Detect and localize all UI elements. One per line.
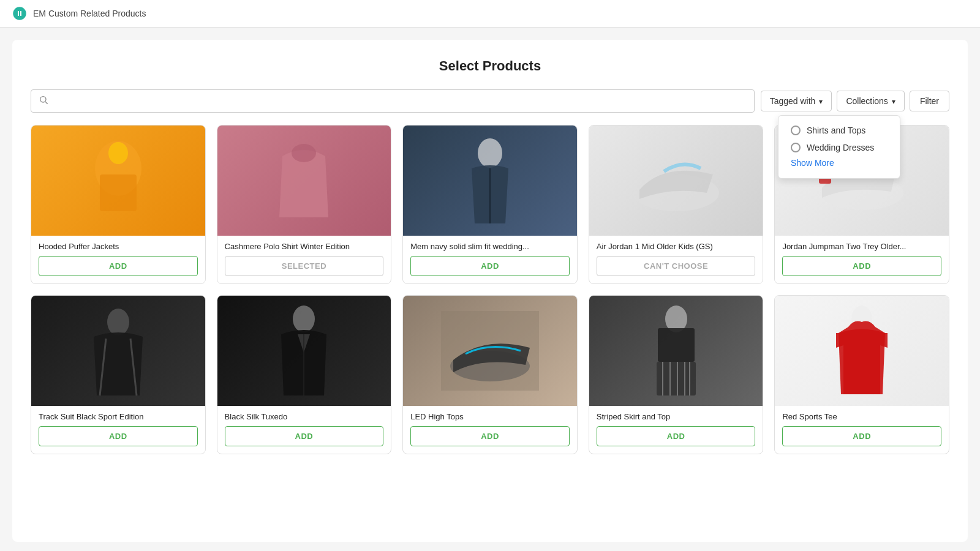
radio-wedding[interactable] [791, 143, 801, 152]
suit-illustration [466, 135, 514, 227]
product-name-tuxedo: Black Silk Tuxedo [217, 406, 391, 426]
svg-rect-4 [100, 174, 137, 211]
add-button-tuxedo[interactable]: ADD [225, 426, 384, 446]
product-name-cashmere-polo: Cashmere Polo Shirt Winter Edition [217, 236, 391, 256]
led-illustration [441, 311, 539, 391]
search-input[interactable] [53, 96, 747, 106]
product-name-red-sports-tee: Red Sports Tee [775, 406, 949, 426]
filter-button[interactable]: Filter [910, 91, 949, 111]
svg-point-12 [107, 309, 129, 335]
product-action-red-sports-tee: ADD [775, 426, 949, 454]
tracksuit-illustration [88, 305, 149, 397]
product-image-led-hightops [403, 296, 577, 406]
collections-popup: Shirts and Tops Wedding Dresses Show Mor… [778, 115, 900, 179]
svg-line-2 [45, 102, 48, 104]
show-more-link[interactable]: Show More [791, 158, 834, 168]
add-button-striped-skirt[interactable]: ADD [597, 426, 756, 446]
cant-choose-button-air-jordan: CAN'T CHOOSE [597, 256, 756, 276]
product-image-air-jordan [589, 126, 763, 236]
add-button-led-hightops[interactable]: ADD [410, 426, 570, 446]
search-filter-row: Tagged with Collections Filter Shirts an… [31, 89, 949, 113]
sneaker-illustration [627, 144, 725, 217]
product-card-air-jordan: Air Jordan 1 Mid Older Kids (GS) CAN'T C… [589, 125, 764, 284]
page-title: Select Products [31, 58, 949, 74]
app-title: EM Custom Related Products [33, 9, 146, 18]
product-image-navy-suit [403, 126, 577, 236]
collections-dropdown[interactable]: Collections [837, 91, 904, 111]
product-card-hooded-puffer: Hooded Puffer Jackets ADD [31, 125, 206, 284]
search-icon [39, 95, 48, 107]
svg-point-7 [478, 138, 502, 168]
product-action-striped-skirt: ADD [589, 426, 763, 454]
option-shirts-and-tops[interactable]: Shirts and Tops [791, 126, 888, 135]
product-card-red-sports-tee: Red Sports Tee ADD [774, 295, 949, 454]
product-card-striped-skirt: Striped Skirt and Top ADD [589, 295, 764, 454]
svg-point-13 [293, 305, 315, 332]
top-bar: EM Custom Related Products [0, 0, 980, 28]
product-name-jordan-jumpman: Jordan Jumpman Two Trey Older... [775, 236, 949, 256]
product-card-tracksuit: Track Suit Black Sport Edition ADD [31, 295, 206, 454]
product-action-cashmere-polo: SELECTED [217, 256, 391, 283]
tagged-with-label: Tagged with [770, 96, 816, 106]
svg-point-1 [40, 97, 46, 102]
product-image-red-sports-tee [775, 296, 949, 406]
product-image-cashmere-polo [217, 126, 391, 236]
app-logo [12, 6, 27, 21]
product-action-led-hightops: ADD [403, 426, 577, 454]
filter-btn-group: Tagged with Collections Filter Shirts an… [761, 91, 949, 111]
selected-button-cashmere-polo: SELECTED [225, 256, 384, 276]
option-wedding-dresses[interactable]: Wedding Dresses [791, 143, 888, 152]
product-image-striped-skirt [589, 296, 763, 406]
product-image-tuxedo [217, 296, 391, 406]
product-card-led-hightops: LED High Tops ADD [402, 295, 578, 454]
jacket-illustration [81, 138, 155, 223]
product-name-navy-suit: Mem navy solid slim fit wedding... [403, 236, 577, 256]
product-image-hooded-puffer [31, 126, 205, 236]
option-shirts-label: Shirts and Tops [807, 126, 865, 135]
search-box[interactable] [31, 89, 755, 113]
product-name-led-hightops: LED High Tops [403, 406, 577, 426]
product-name-striped-skirt: Striped Skirt and Top [589, 406, 763, 426]
product-action-tuxedo: ADD [217, 426, 391, 454]
add-button-tracksuit[interactable]: ADD [39, 426, 198, 446]
striped-illustration [646, 304, 707, 399]
product-action-navy-suit: ADD [403, 256, 577, 283]
radio-shirts[interactable] [791, 126, 801, 135]
option-wedding-label: Wedding Dresses [807, 143, 874, 152]
svg-point-5 [108, 142, 128, 164]
product-card-cashmere-polo: Cashmere Polo Shirt Winter Edition SELEC… [217, 125, 392, 284]
tagged-with-chevron-icon [819, 96, 823, 106]
add-button-red-sports-tee[interactable]: ADD [782, 426, 941, 446]
product-image-tracksuit [31, 296, 205, 406]
product-action-air-jordan: CAN'T CHOOSE [589, 256, 763, 283]
product-name-tracksuit: Track Suit Black Sport Edition [31, 406, 205, 426]
main-content: Select Products Tagged with Collections … [12, 40, 968, 542]
product-card-navy-suit: Mem navy solid slim fit wedding... ADD [402, 125, 578, 284]
product-action-jordan-jumpman: ADD [775, 256, 949, 283]
product-card-tuxedo: Black Silk Tuxedo ADD [217, 295, 392, 454]
product-action-hooded-puffer: ADD [31, 256, 205, 283]
product-action-tracksuit: ADD [31, 426, 205, 454]
product-name-hooded-puffer: Hooded Puffer Jackets [31, 236, 205, 256]
add-button-jordan-jumpman[interactable]: ADD [782, 256, 941, 276]
tagged-with-dropdown[interactable]: Tagged with [761, 91, 832, 111]
add-button-hooded-puffer[interactable]: ADD [39, 256, 198, 276]
red-tee-illustration [831, 304, 892, 399]
add-button-navy-suit[interactable]: ADD [410, 256, 570, 276]
svg-rect-18 [658, 328, 695, 362]
polo-illustration [270, 138, 337, 223]
collections-label: Collections [846, 96, 888, 106]
product-name-air-jordan: Air Jordan 1 Mid Older Kids (GS) [589, 236, 763, 256]
svg-rect-6 [292, 144, 316, 162]
collections-chevron-icon [892, 96, 895, 106]
tuxedo-illustration [276, 304, 331, 399]
